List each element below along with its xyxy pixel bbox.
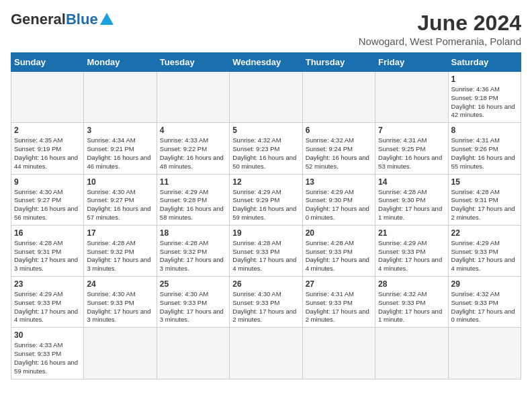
day-number: 14 [378,177,445,187]
calendar-day-cell [448,328,521,379]
calendar-day-cell: 16Sunrise: 4:28 AM Sunset: 9:31 PM Dayli… [11,225,84,276]
day-info-text: Sunrise: 4:28 AM Sunset: 9:32 PM Dayligh… [87,239,153,273]
day-number: 22 [451,228,518,238]
calendar-day-cell [302,72,375,123]
calendar-day-cell: 23Sunrise: 4:29 AM Sunset: 9:33 PM Dayli… [11,277,84,328]
day-info-text: Sunrise: 4:29 AM Sunset: 9:33 PM Dayligh… [451,239,518,273]
calendar-day-cell: 8Sunrise: 4:31 AM Sunset: 9:26 PM Daylig… [448,123,521,174]
logo: General Blue [11,11,114,28]
day-info-text: Sunrise: 4:30 AM Sunset: 9:27 PM Dayligh… [87,188,153,222]
day-info-text: Sunrise: 4:31 AM Sunset: 9:25 PM Dayligh… [378,136,445,171]
day-info-text: Sunrise: 4:30 AM Sunset: 9:27 PM Dayligh… [14,188,81,222]
calendar-day-cell: 6Sunrise: 4:32 AM Sunset: 9:24 PM Daylig… [302,123,375,174]
day-number: 1 [451,75,518,84]
calendar-week-row: 16Sunrise: 4:28 AM Sunset: 9:31 PM Dayli… [11,225,521,276]
day-number: 17 [87,228,153,238]
calendar-day-cell [230,328,302,379]
day-number: 30 [14,330,81,340]
day-info-text: Sunrise: 4:29 AM Sunset: 9:30 PM Dayligh… [306,188,372,222]
day-info-text: Sunrise: 4:30 AM Sunset: 9:33 PM Dayligh… [160,290,226,324]
calendar-week-row: 2Sunrise: 4:35 AM Sunset: 9:19 PM Daylig… [11,123,521,174]
calendar-day-cell: 17Sunrise: 4:28 AM Sunset: 9:32 PM Dayli… [84,225,157,276]
day-info-text: Sunrise: 4:28 AM Sunset: 9:33 PM Dayligh… [306,239,372,273]
day-number: 24 [87,279,153,289]
calendar-day-cell: 10Sunrise: 4:30 AM Sunset: 9:27 PM Dayli… [84,174,157,225]
day-number: 16 [14,228,81,238]
calendar-week-row: 30Sunrise: 4:33 AM Sunset: 9:33 PM Dayli… [11,328,521,379]
day-info-text: Sunrise: 4:29 AM Sunset: 9:29 PM Dayligh… [232,188,299,222]
calendar-day-cell: 20Sunrise: 4:28 AM Sunset: 9:33 PM Dayli… [302,225,375,276]
calendar-day-cell: 26Sunrise: 4:30 AM Sunset: 9:33 PM Dayli… [230,277,302,328]
calendar-day-cell: 21Sunrise: 4:29 AM Sunset: 9:33 PM Dayli… [375,225,448,276]
calendar-week-row: 1Sunrise: 4:36 AM Sunset: 9:18 PM Daylig… [11,72,521,123]
calendar-header-saturday: Saturday [448,53,521,72]
calendar-day-cell: 13Sunrise: 4:29 AM Sunset: 9:30 PM Dayli… [302,174,375,225]
calendar-header-row: SundayMondayTuesdayWednesdayThursdayFrid… [11,53,521,72]
calendar-header-tuesday: Tuesday [157,53,229,72]
calendar-day-cell [157,328,229,379]
day-number: 21 [378,228,445,238]
day-number: 26 [232,279,299,289]
day-info-text: Sunrise: 4:30 AM Sunset: 9:33 PM Dayligh… [232,290,299,324]
day-number: 19 [232,228,299,238]
day-number: 5 [232,126,299,135]
day-number: 12 [232,177,299,187]
day-number: 29 [451,279,518,289]
day-info-text: Sunrise: 4:33 AM Sunset: 9:22 PM Dayligh… [160,136,226,171]
calendar-week-row: 9Sunrise: 4:30 AM Sunset: 9:27 PM Daylig… [11,174,521,225]
calendar-day-cell: 18Sunrise: 4:28 AM Sunset: 9:32 PM Dayli… [157,225,229,276]
calendar-day-cell: 1Sunrise: 4:36 AM Sunset: 9:18 PM Daylig… [448,72,521,123]
day-info-text: Sunrise: 4:32 AM Sunset: 9:33 PM Dayligh… [378,290,445,324]
calendar-day-cell: 5Sunrise: 4:32 AM Sunset: 9:23 PM Daylig… [230,123,302,174]
day-info-text: Sunrise: 4:29 AM Sunset: 9:33 PM Dayligh… [14,290,81,324]
day-info-text: Sunrise: 4:28 AM Sunset: 9:33 PM Dayligh… [232,239,299,273]
calendar-day-cell: 15Sunrise: 4:28 AM Sunset: 9:31 PM Dayli… [448,174,521,225]
calendar-day-cell: 25Sunrise: 4:30 AM Sunset: 9:33 PM Dayli… [157,277,229,328]
calendar-day-cell [11,72,84,123]
calendar-header-wednesday: Wednesday [230,53,302,72]
day-info-text: Sunrise: 4:29 AM Sunset: 9:28 PM Dayligh… [160,188,226,222]
day-info-text: Sunrise: 4:31 AM Sunset: 9:33 PM Dayligh… [306,290,372,324]
day-number: 28 [378,279,445,289]
calendar-day-cell [84,72,157,123]
calendar-table: SundayMondayTuesdayWednesdayThursdayFrid… [11,52,521,379]
day-info-text: Sunrise: 4:35 AM Sunset: 9:19 PM Dayligh… [14,136,81,171]
day-number: 8 [451,126,518,135]
calendar-day-cell: 7Sunrise: 4:31 AM Sunset: 9:25 PM Daylig… [375,123,448,174]
day-number: 10 [87,177,153,187]
calendar-day-cell: 30Sunrise: 4:33 AM Sunset: 9:33 PM Dayli… [11,328,84,379]
logo-general-text: General [11,11,66,28]
day-number: 20 [306,228,372,238]
day-info-text: Sunrise: 4:31 AM Sunset: 9:26 PM Dayligh… [451,136,518,171]
day-info-text: Sunrise: 4:28 AM Sunset: 9:32 PM Dayligh… [160,239,226,273]
calendar-day-cell: 11Sunrise: 4:29 AM Sunset: 9:28 PM Dayli… [157,174,229,225]
day-info-text: Sunrise: 4:32 AM Sunset: 9:24 PM Dayligh… [306,136,372,171]
day-number: 25 [160,279,226,289]
calendar-week-row: 23Sunrise: 4:29 AM Sunset: 9:33 PM Dayli… [11,277,521,328]
day-info-text: Sunrise: 4:33 AM Sunset: 9:33 PM Dayligh… [14,341,81,375]
calendar-day-cell: 27Sunrise: 4:31 AM Sunset: 9:33 PM Dayli… [302,277,375,328]
calendar-header-thursday: Thursday [302,53,375,72]
logo-triangle-icon [100,13,114,25]
calendar-day-cell: 22Sunrise: 4:29 AM Sunset: 9:33 PM Dayli… [448,225,521,276]
title-area: June 2024 Nowogard, West Pomerania, Pola… [359,11,521,47]
calendar-header-sunday: Sunday [11,53,84,72]
day-info-text: Sunrise: 4:36 AM Sunset: 9:18 PM Dayligh… [451,85,518,120]
month-title: June 2024 [359,11,521,36]
calendar-day-cell: 12Sunrise: 4:29 AM Sunset: 9:29 PM Dayli… [230,174,302,225]
day-info-text: Sunrise: 4:29 AM Sunset: 9:33 PM Dayligh… [378,239,445,273]
day-number: 15 [451,177,518,187]
location-text: Nowogard, West Pomerania, Poland [359,36,521,47]
calendar-day-cell [375,72,448,123]
day-number: 3 [87,126,153,135]
day-info-text: Sunrise: 4:28 AM Sunset: 9:31 PM Dayligh… [14,239,81,273]
calendar-day-cell: 9Sunrise: 4:30 AM Sunset: 9:27 PM Daylig… [11,174,84,225]
logo-blue-text: Blue [66,11,98,28]
day-number: 18 [160,228,226,238]
calendar-day-cell: 24Sunrise: 4:30 AM Sunset: 9:33 PM Dayli… [84,277,157,328]
calendar-day-cell [375,328,448,379]
day-number: 9 [14,177,81,187]
day-info-text: Sunrise: 4:32 AM Sunset: 9:33 PM Dayligh… [451,290,518,324]
calendar-day-cell [84,328,157,379]
day-number: 2 [14,126,81,135]
